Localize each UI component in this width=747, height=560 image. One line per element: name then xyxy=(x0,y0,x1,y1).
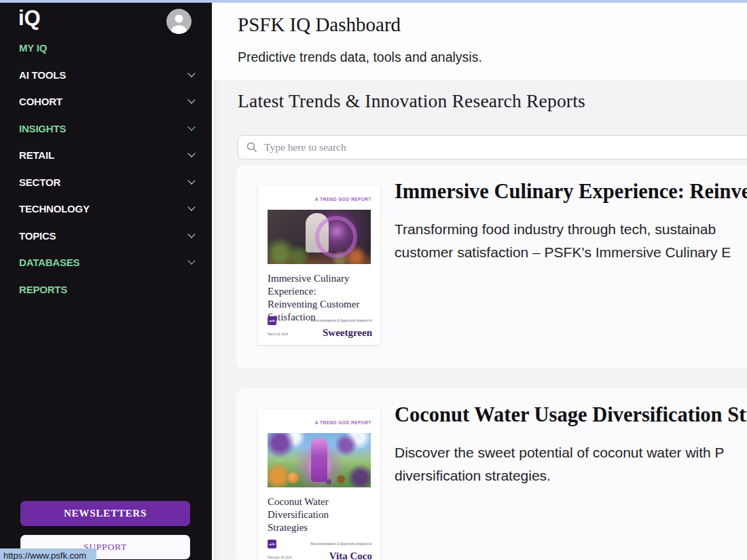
sidebar-item-label: AI TOOLS xyxy=(19,69,66,81)
cover-kicker: A TREND GOD REPORT xyxy=(315,197,371,202)
newsletters-button[interactable]: NEWSLETTERS xyxy=(20,501,190,526)
cover-title: Immersive Culinary Experience: Reinventi… xyxy=(268,272,364,324)
report-cover-thumbnail: A TREND GOD REPORT Immersive Culinary Ex… xyxy=(258,185,380,345)
section-heading: Latest Trends & Innovation Research Repo… xyxy=(238,90,585,112)
iq-logo[interactable]: iQ xyxy=(18,6,41,31)
reports-section: Latest Trends & Innovation Research Repo… xyxy=(212,80,747,560)
cover-art-image xyxy=(268,433,371,487)
sidebar-item-technology[interactable]: TECHNOLOGY xyxy=(19,195,194,223)
cover-title: Coconut Water Diversification Strategies xyxy=(268,496,364,534)
chevron-down-icon xyxy=(187,69,195,77)
cover-date: March 01 2024 xyxy=(268,333,288,336)
sidebar-item-my-iq[interactable]: MY IQ xyxy=(19,35,194,62)
report-card[interactable]: A TREND GOD REPORT Immersive Culinary Ex… xyxy=(236,165,747,369)
app-frame: iQ MY IQ AI TOOLS COHORT xyxy=(0,0,747,560)
search-input[interactable] xyxy=(263,136,747,159)
chevron-down-icon xyxy=(187,176,195,184)
sidebar-item-label: COHORT xyxy=(19,96,62,107)
psfk-logo-mark: psfk xyxy=(268,540,276,548)
sidebar-item-label: TOPICS xyxy=(19,230,56,242)
chevron-down-icon xyxy=(187,257,195,265)
report-description-line: Discover the sweet potential of coconut … xyxy=(395,441,725,464)
chevron-down-icon xyxy=(187,150,195,157)
cover-prepared-for: Recommendations & Opportunity Analysis f… xyxy=(310,542,372,546)
chevron-down-icon xyxy=(187,123,195,130)
cover-date: February 29 2024 xyxy=(268,556,292,559)
sidebar-item-sector[interactable]: SECTOR xyxy=(19,169,194,196)
search-bar xyxy=(238,135,747,160)
sidebar-item-topics[interactable]: TOPICS xyxy=(19,223,194,250)
sidebar-item-label: REPORTS xyxy=(19,284,67,295)
sidebar-item-reports[interactable]: REPORTS xyxy=(19,276,194,303)
report-title: Coconut Water Usage Diversification Stra… xyxy=(395,403,747,427)
sidebar-item-insights[interactable]: INSIGHTS xyxy=(19,115,194,143)
cover-kicker: A TREND GOD REPORT xyxy=(315,420,371,425)
cover-prepared-for: Recommendations & Opportunity Analysis f… xyxy=(310,319,372,322)
sidebar-item-databases[interactable]: DATABASES xyxy=(19,249,194,276)
chevron-down-icon xyxy=(187,96,195,104)
search-icon xyxy=(247,142,257,153)
sidebar-item-cohort[interactable]: COHORT xyxy=(19,88,194,115)
page-title: PSFK IQ Dashboard xyxy=(238,14,401,36)
sidebar-nav: MY IQ AI TOOLS COHORT INSIGHTS RETAIL SE… xyxy=(19,35,194,303)
report-card[interactable]: A TREND GOD REPORT Coconut Water Diversi… xyxy=(236,388,747,560)
sidebar-item-label: SECTOR xyxy=(19,176,60,188)
user-avatar-icon xyxy=(166,9,192,34)
page-header: PSFK IQ Dashboard Predictive trends data… xyxy=(212,3,747,80)
chevron-down-icon xyxy=(187,230,195,238)
cover-brand: Sweetgreen xyxy=(323,327,372,339)
sidebar-item-retail[interactable]: RETAIL xyxy=(19,142,194,169)
report-title: Immersive Culinary Experience: Reinventi… xyxy=(395,180,747,204)
sidebar-item-ai-tools[interactable]: AI TOOLS xyxy=(19,62,194,89)
cover-brand: Vita Coco xyxy=(329,550,372,560)
report-description-line: Transforming food industry through tech,… xyxy=(395,218,731,241)
psfk-logo-mark: psfk xyxy=(268,316,276,325)
sidebar-item-label: INSIGHTS xyxy=(19,123,66,134)
sidebar-item-label: RETAIL xyxy=(19,149,54,161)
sidebar: iQ MY IQ AI TOOLS COHORT xyxy=(0,3,212,560)
report-description: Transforming food industry through tech,… xyxy=(395,218,731,264)
sidebar-item-label: MY IQ xyxy=(19,42,47,54)
chevron-down-icon xyxy=(187,204,195,211)
sidebar-item-label: TECHNOLOGY xyxy=(19,203,90,214)
page-subtitle: Predictive trends data, tools and analys… xyxy=(238,50,482,65)
avatar[interactable] xyxy=(166,9,192,34)
report-description: Discover the sweet potential of coconut … xyxy=(395,441,725,487)
report-cover-thumbnail: A TREND GOD REPORT Coconut Water Diversi… xyxy=(258,409,380,560)
report-description-line: diversification strategies. xyxy=(395,464,725,487)
cover-art-image xyxy=(268,210,371,264)
browser-status-url: https://www.psfk.com xyxy=(0,548,96,560)
sidebar-item-label: DATABASES xyxy=(19,257,79,268)
report-description-line: customer satisfaction – PSFK's Immersive… xyxy=(395,241,731,264)
